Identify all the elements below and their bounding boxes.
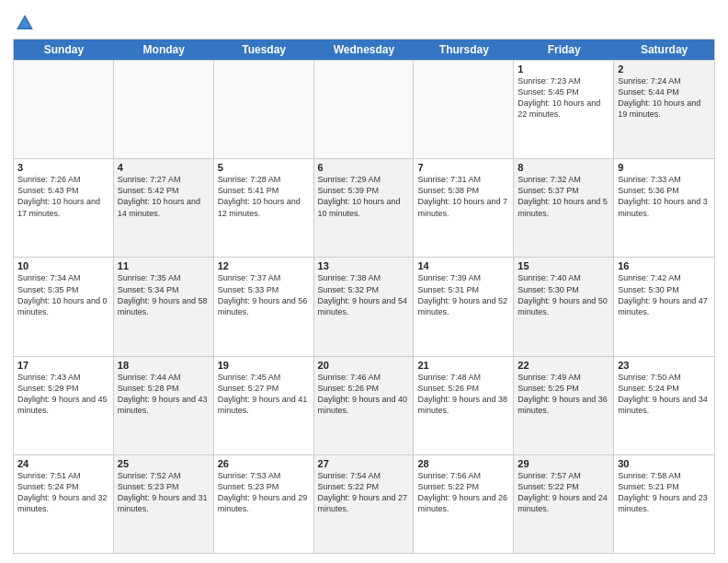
day-number: 27	[318, 458, 410, 469]
cal-cell-1-0: 3Sunrise: 7:26 AM Sunset: 5:43 PM Daylig…	[14, 159, 114, 257]
header-day-tuesday: Tuesday	[214, 40, 314, 60]
day-number: 11	[118, 260, 210, 271]
logo	[13, 13, 37, 33]
cal-cell-3-2: 19Sunrise: 7:45 AM Sunset: 5:27 PM Dayli…	[214, 357, 314, 454]
cal-cell-4-1: 25Sunrise: 7:52 AM Sunset: 5:23 PM Dayli…	[114, 455, 214, 553]
day-info: Sunrise: 7:52 AM Sunset: 5:23 PM Dayligh…	[118, 470, 210, 515]
cal-cell-3-4: 21Sunrise: 7:48 AM Sunset: 5:26 PM Dayli…	[414, 357, 514, 454]
day-number: 10	[17, 260, 109, 271]
day-info: Sunrise: 7:54 AM Sunset: 5:22 PM Dayligh…	[318, 470, 410, 515]
day-info: Sunrise: 7:37 AM Sunset: 5:33 PM Dayligh…	[218, 272, 310, 317]
day-number: 8	[518, 162, 609, 173]
header-day-wednesday: Wednesday	[314, 40, 415, 60]
cal-cell-1-5: 8Sunrise: 7:32 AM Sunset: 5:37 PM Daylig…	[514, 159, 614, 257]
day-number: 12	[218, 260, 310, 271]
day-number: 15	[518, 260, 609, 271]
cal-cell-2-6: 16Sunrise: 7:42 AM Sunset: 5:30 PM Dayli…	[614, 258, 714, 355]
cal-cell-1-4: 7Sunrise: 7:31 AM Sunset: 5:38 PM Daylig…	[414, 159, 514, 257]
day-info: Sunrise: 7:26 AM Sunset: 5:43 PM Dayligh…	[17, 174, 109, 219]
day-number: 22	[518, 360, 609, 371]
day-number: 29	[518, 458, 609, 469]
day-info: Sunrise: 7:49 AM Sunset: 5:25 PM Dayligh…	[518, 372, 609, 417]
calendar-row-1: 3Sunrise: 7:26 AM Sunset: 5:43 PM Daylig…	[14, 158, 714, 257]
day-number: 30	[618, 458, 711, 469]
day-number: 13	[318, 260, 410, 271]
day-info: Sunrise: 7:28 AM Sunset: 5:41 PM Dayligh…	[218, 174, 310, 219]
cal-cell-1-2: 5Sunrise: 7:28 AM Sunset: 5:41 PM Daylig…	[214, 159, 314, 257]
day-info: Sunrise: 7:27 AM Sunset: 5:42 PM Dayligh…	[118, 174, 210, 219]
day-number: 14	[417, 260, 509, 271]
day-number: 21	[417, 360, 509, 371]
day-number: 20	[318, 360, 410, 371]
cal-cell-4-4: 28Sunrise: 7:56 AM Sunset: 5:22 PM Dayli…	[414, 455, 514, 553]
day-info: Sunrise: 7:46 AM Sunset: 5:26 PM Dayligh…	[318, 372, 410, 417]
calendar-row-2: 10Sunrise: 7:34 AM Sunset: 5:35 PM Dayli…	[14, 257, 714, 355]
day-info: Sunrise: 7:24 AM Sunset: 5:44 PM Dayligh…	[618, 75, 711, 121]
day-info: Sunrise: 7:33 AM Sunset: 5:36 PM Dayligh…	[618, 174, 711, 219]
cal-cell-4-3: 27Sunrise: 7:54 AM Sunset: 5:22 PM Dayli…	[314, 455, 415, 553]
day-number: 4	[118, 162, 210, 173]
cal-cell-1-3: 6Sunrise: 7:29 AM Sunset: 5:39 PM Daylig…	[314, 159, 415, 257]
day-number: 3	[17, 162, 109, 173]
day-info: Sunrise: 7:44 AM Sunset: 5:28 PM Dayligh…	[118, 372, 210, 417]
cal-cell-0-2	[214, 61, 314, 158]
day-number: 24	[17, 458, 109, 469]
calendar-row-4: 24Sunrise: 7:51 AM Sunset: 5:24 PM Dayli…	[14, 454, 714, 553]
header	[13, 9, 715, 33]
day-info: Sunrise: 7:57 AM Sunset: 5:22 PM Dayligh…	[518, 470, 609, 515]
header-day-monday: Monday	[114, 40, 214, 60]
day-info: Sunrise: 7:56 AM Sunset: 5:22 PM Dayligh…	[417, 470, 509, 515]
calendar-header: SundayMondayTuesdayWednesdayThursdayFrid…	[14, 40, 714, 60]
day-number: 25	[118, 458, 210, 469]
header-day-sunday: Sunday	[14, 40, 114, 60]
cal-cell-4-2: 26Sunrise: 7:53 AM Sunset: 5:23 PM Dayli…	[214, 455, 314, 553]
day-number: 5	[218, 162, 310, 173]
cal-cell-3-1: 18Sunrise: 7:44 AM Sunset: 5:28 PM Dayli…	[114, 357, 214, 454]
cal-cell-3-0: 17Sunrise: 7:43 AM Sunset: 5:29 PM Dayli…	[14, 357, 114, 454]
cal-cell-1-1: 4Sunrise: 7:27 AM Sunset: 5:42 PM Daylig…	[114, 159, 214, 257]
cal-cell-2-5: 15Sunrise: 7:40 AM Sunset: 5:30 PM Dayli…	[514, 258, 614, 355]
cal-cell-4-0: 24Sunrise: 7:51 AM Sunset: 5:24 PM Dayli…	[14, 455, 114, 553]
day-info: Sunrise: 7:53 AM Sunset: 5:23 PM Dayligh…	[218, 470, 310, 515]
day-info: Sunrise: 7:40 AM Sunset: 5:30 PM Dayligh…	[518, 272, 609, 317]
header-day-friday: Friday	[514, 40, 614, 60]
logo-icon	[15, 13, 35, 33]
day-number: 1	[518, 63, 609, 75]
day-info: Sunrise: 7:51 AM Sunset: 5:24 PM Dayligh…	[17, 470, 109, 515]
day-info: Sunrise: 7:48 AM Sunset: 5:26 PM Dayligh…	[417, 372, 509, 417]
cal-cell-0-0	[14, 61, 114, 158]
calendar-body: 1Sunrise: 7:23 AM Sunset: 5:45 PM Daylig…	[14, 60, 714, 553]
header-day-thursday: Thursday	[414, 40, 514, 60]
cal-cell-3-3: 20Sunrise: 7:46 AM Sunset: 5:26 PM Dayli…	[314, 357, 415, 454]
day-info: Sunrise: 7:43 AM Sunset: 5:29 PM Dayligh…	[17, 372, 109, 417]
day-number: 16	[618, 260, 711, 271]
day-number: 19	[218, 360, 310, 371]
cal-cell-0-1	[114, 61, 214, 158]
calendar: SundayMondayTuesdayWednesdayThursdayFrid…	[13, 39, 715, 554]
cal-cell-0-5: 1Sunrise: 7:23 AM Sunset: 5:45 PM Daylig…	[514, 61, 614, 158]
cal-cell-3-5: 22Sunrise: 7:49 AM Sunset: 5:25 PM Dayli…	[514, 357, 614, 454]
cal-cell-0-6: 2Sunrise: 7:24 AM Sunset: 5:44 PM Daylig…	[614, 61, 714, 158]
day-info: Sunrise: 7:34 AM Sunset: 5:35 PM Dayligh…	[17, 272, 109, 317]
day-info: Sunrise: 7:35 AM Sunset: 5:34 PM Dayligh…	[118, 272, 210, 317]
cal-cell-2-3: 13Sunrise: 7:38 AM Sunset: 5:32 PM Dayli…	[314, 258, 415, 355]
day-number: 17	[17, 360, 109, 371]
day-number: 9	[618, 162, 711, 173]
page: SundayMondayTuesdayWednesdayThursdayFrid…	[0, 0, 728, 563]
day-info: Sunrise: 7:58 AM Sunset: 5:21 PM Dayligh…	[618, 470, 711, 515]
calendar-row-3: 17Sunrise: 7:43 AM Sunset: 5:29 PM Dayli…	[14, 356, 714, 454]
day-info: Sunrise: 7:45 AM Sunset: 5:27 PM Dayligh…	[218, 372, 310, 417]
day-number: 18	[118, 360, 210, 371]
day-info: Sunrise: 7:50 AM Sunset: 5:24 PM Dayligh…	[618, 372, 711, 417]
day-info: Sunrise: 7:42 AM Sunset: 5:30 PM Dayligh…	[618, 272, 711, 317]
day-number: 6	[318, 162, 410, 173]
day-number: 7	[417, 162, 509, 173]
cal-cell-4-6: 30Sunrise: 7:58 AM Sunset: 5:21 PM Dayli…	[614, 455, 714, 553]
day-number: 23	[618, 360, 711, 371]
day-info: Sunrise: 7:39 AM Sunset: 5:31 PM Dayligh…	[417, 272, 509, 317]
day-number: 28	[417, 458, 509, 469]
cal-cell-2-0: 10Sunrise: 7:34 AM Sunset: 5:35 PM Dayli…	[14, 258, 114, 355]
day-info: Sunrise: 7:31 AM Sunset: 5:38 PM Dayligh…	[417, 174, 509, 219]
day-number: 2	[618, 63, 711, 75]
cal-cell-1-6: 9Sunrise: 7:33 AM Sunset: 5:36 PM Daylig…	[614, 159, 714, 257]
